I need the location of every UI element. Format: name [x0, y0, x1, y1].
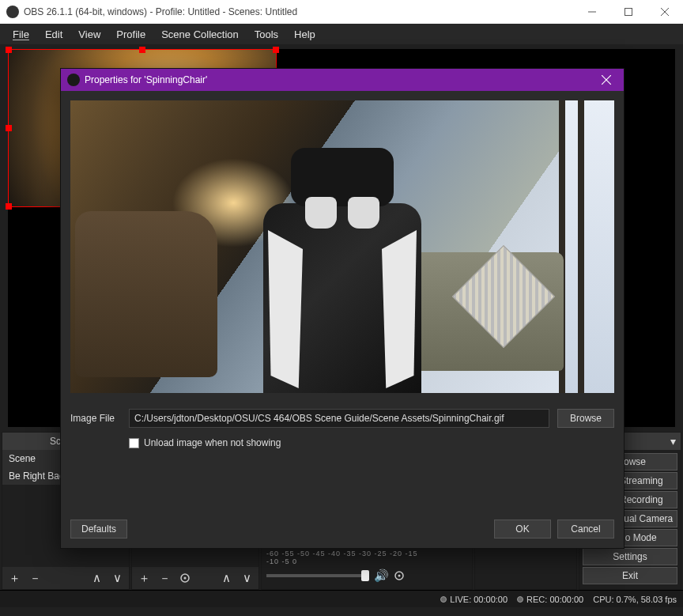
remove-scene-button[interactable]: － [26, 569, 43, 587]
resize-handle-n[interactable] [139, 47, 145, 53]
exit-button[interactable]: Exit [583, 567, 677, 584]
image-file-browse-button[interactable]: Browse [557, 409, 614, 428]
obs-logo-icon [67, 74, 80, 86]
speaker-icon[interactable]: 🔊 [374, 569, 389, 583]
source-properties-button[interactable] [176, 569, 194, 587]
minimize-icon [588, 8, 596, 16]
svg-rect-1 [625, 9, 632, 16]
add-scene-button[interactable]: ＋ [6, 569, 23, 587]
defaults-button[interactable]: Defaults [70, 520, 127, 539]
scenes-toolbar: ＋ － ∧ ∨ [2, 567, 129, 589]
status-rec: REC: 00:00:00 [526, 595, 583, 604]
move-scene-up-button[interactable]: ∧ [88, 569, 105, 587]
menu-edit[interactable]: Edit [37, 25, 70, 43]
window-minimize-button[interactable] [574, 0, 610, 24]
volume-thumb[interactable] [361, 570, 369, 581]
move-source-up-button[interactable]: ∧ [217, 569, 235, 587]
add-source-button[interactable]: ＋ [135, 569, 153, 587]
sources-toolbar: ＋ － ∧ ∨ [132, 567, 258, 589]
resize-handle-w[interactable] [6, 125, 12, 131]
image-file-input[interactable] [129, 409, 549, 428]
svg-point-7 [398, 575, 401, 577]
resize-handle-ne[interactable] [273, 47, 279, 53]
statusbar: LIVE: 00:00:00 REC: 00:00:00 CPU: 0.7%, … [0, 590, 683, 607]
close-icon [602, 75, 611, 85]
source-preview [70, 100, 614, 393]
menu-tools[interactable]: Tools [247, 25, 286, 43]
menu-view[interactable]: View [70, 25, 108, 43]
obs-logo-icon [6, 6, 19, 18]
settings-button[interactable]: Settings [583, 548, 677, 565]
status-live: LIVE: 00:00:00 [450, 595, 508, 604]
menu-file[interactable]: File [5, 25, 37, 43]
status-cpu: CPU: 0.7%, 58.03 fps [593, 595, 677, 604]
unload-checkbox-label: Unload image when not showing [144, 437, 281, 448]
image-file-label: Image File [70, 413, 121, 424]
ok-button[interactable]: OK [494, 520, 551, 539]
preview-window-pane [559, 100, 614, 393]
move-source-down-button[interactable]: ∨ [238, 569, 255, 587]
dialog-title: Properties for 'SpinningChair' [85, 74, 207, 85]
dialog-titlebar[interactable]: Properties for 'SpinningChair' [61, 69, 624, 91]
audio-settings-button[interactable] [394, 570, 405, 581]
window-title: OBS 26.1.1 (64-bit, windows) - Profile: … [24, 6, 574, 17]
volume-slider[interactable] [266, 574, 369, 577]
audio-scale: -60 -55 -50 -45 -40 -35 -30 -25 -20 -15 … [266, 550, 425, 565]
cancel-button[interactable]: Cancel [557, 520, 614, 539]
menu-profile[interactable]: Profile [108, 25, 153, 43]
maximize-icon [625, 8, 632, 16]
menu-help[interactable]: Help [286, 25, 323, 43]
gear-icon [179, 573, 191, 584]
window-maximize-button[interactable] [610, 0, 647, 24]
move-scene-down-button[interactable]: ∨ [108, 569, 126, 587]
svg-point-5 [184, 577, 187, 580]
rec-indicator-icon [517, 596, 523, 603]
preview-chair [247, 148, 437, 393]
window-close-button[interactable] [647, 0, 683, 24]
remove-source-button[interactable]: － [156, 569, 173, 587]
resize-handle-sw[interactable] [6, 203, 12, 210]
close-icon [661, 8, 669, 16]
window-titlebar: OBS 26.1.1 (64-bit, windows) - Profile: … [0, 0, 683, 24]
dock-dropdown-icon[interactable]: ▾ [670, 435, 676, 448]
dialog-close-button[interactable] [595, 69, 617, 91]
preview-recliner [75, 211, 217, 377]
properties-dialog: Properties for 'SpinningChair' Image Fil… [60, 68, 625, 549]
menubar: File Edit View Profile Scene Collection … [0, 24, 683, 44]
menu-scene-collection[interactable]: Scene Collection [153, 25, 247, 43]
gear-icon [394, 570, 405, 581]
resize-handle-nw[interactable] [6, 47, 12, 53]
unload-checkbox[interactable] [129, 438, 139, 448]
live-indicator-icon [440, 596, 447, 603]
